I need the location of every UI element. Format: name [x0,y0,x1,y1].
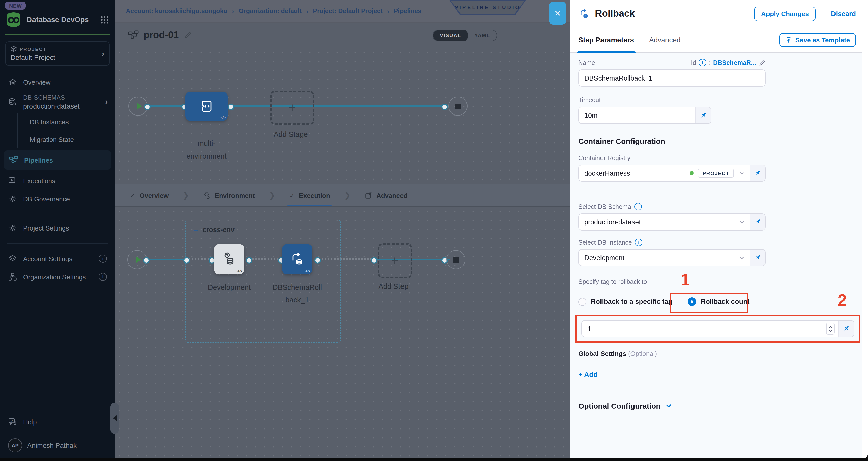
db-schema-value: production-dataset [579,218,734,226]
chevron-down-icon[interactable] [739,219,745,225]
home-icon [8,77,17,87]
step-group-label-row[interactable]: – cross-env [193,226,235,233]
module-grid-icon[interactable] [100,15,109,24]
sidebar-item-help[interactable]: ? Help [8,417,107,426]
runtime-pin-button[interactable] [750,165,765,181]
annotation-box-2: 2 [575,315,861,343]
close-studio-button[interactable]: ✕ [549,1,566,25]
container-registry-field[interactable]: dockerHarness PROJECT [578,165,766,182]
breadcrumb-separator: › [387,7,390,15]
info-icon[interactable]: i [635,238,643,246]
breadcrumb-account[interactable]: Account: kurosakiichigo.songoku [126,7,227,14]
edit-pencil-icon[interactable] [184,31,192,39]
optional-configuration-toggle[interactable]: Optional Configuration [578,402,858,410]
help-chat-icon: ? [8,417,17,426]
stage-node-multi-environment[interactable]: </> [185,92,228,121]
tab-step-parameters[interactable]: Step Parameters [578,27,634,52]
discard-button[interactable]: Discard [831,10,856,18]
sidebar-divider [7,243,108,243]
connector-status-dot [690,171,694,175]
check-icon: ✓ [130,192,135,199]
id-value[interactable]: DBSchemaR... [713,59,756,66]
sidebar-item-migration-state[interactable]: Migration State [18,131,115,149]
org-hierarchy-icon [8,272,17,281]
connector-port [183,257,190,264]
tag-section-label: Specify tag to rollback to [578,278,858,285]
panel-scrollbar[interactable] [862,0,868,459]
sidebar-item-label: Account Settings [23,255,72,262]
user-menu[interactable]: AP Animesh Pathak [8,438,107,453]
annotation-number-2: 2 [838,292,847,308]
custom-stage-icon [199,99,214,114]
timeout-input[interactable] [579,107,695,123]
sidebar-collapse-handle[interactable] [110,403,119,434]
apply-changes-button[interactable]: Apply Changes [754,6,816,21]
chevron-down-icon[interactable] [739,254,745,261]
step-node-dbschemarollback[interactable]: </> [282,244,312,274]
edit-id-pencil-icon[interactable] [759,59,766,66]
breadcrumb-organization[interactable]: Organization: default [239,7,302,14]
save-as-template-button[interactable]: Save as Template [779,33,856,46]
breadcrumb-project[interactable]: Project: Default Project [313,7,382,14]
sidebar-item-pipelines[interactable]: Pipelines [4,151,111,170]
tab-advanced[interactable]: Advanced [365,184,408,206]
timeout-field[interactable] [578,107,711,124]
add-stage-button[interactable]: + [270,91,314,125]
radio-specific-tag[interactable] [578,298,586,306]
stage-canvas[interactable]: </> + multi-environment Add Stage [115,48,570,184]
runtime-pin-button[interactable] [750,250,765,266]
sidebar-item-db-schemas[interactable]: DB SCHEMAS production-dataset › [0,91,115,112]
db-instance-select[interactable]: Development [578,249,766,266]
rollback-count-input[interactable] [582,321,826,337]
rollback-mode-radio-group: Rollback to a specific tag Rollback coun… [578,297,861,306]
tab-environment[interactable]: Environment [203,184,255,206]
visual-yaml-toggle[interactable]: VISUAL YAML [433,29,497,41]
toggle-yaml[interactable]: YAML [468,31,497,39]
step-label-development[interactable]: Development [199,281,259,294]
cube-icon [10,46,17,52]
sidebar-item-db-governance[interactable]: DB Governance [0,190,115,208]
global-settings-label: Global Settings [578,350,626,357]
stage-config-tabs: ✓ Overview ❯ Environment ❯ ✓ Execution ❯… [115,184,570,207]
check-icon: ✓ [289,192,295,199]
stage-label[interactable]: multi-environment [179,137,234,163]
breadcrumb-pipelines[interactable]: Pipelines [394,7,422,14]
sidebar-item-db-instances[interactable]: DB Instances [18,113,115,131]
info-icon[interactable]: i [634,203,642,210]
step-label-rollback[interactable]: DBSchemaRollback_1 [271,281,324,306]
sidebar-item-overview[interactable]: Overview [0,73,115,91]
rollback-step-icon [289,251,305,267]
pin-icon [754,254,761,261]
add-global-setting-link[interactable]: + Add [578,370,858,378]
add-step-button[interactable]: + [378,243,412,278]
radio-specific-tag-label[interactable]: Rollback to a specific tag [591,298,673,305]
sidebar-item-organization-settings[interactable]: Organization Settings i [0,268,115,286]
runtime-pin-button[interactable] [750,214,765,230]
sidebar-item-executions[interactable]: Executions [0,172,115,190]
info-icon[interactable]: i [699,59,706,66]
tab-execution[interactable]: ✓ Execution [289,184,330,206]
db-schemas-eyebrow: DB SCHEMAS [23,94,80,101]
collapse-minus-icon[interactable]: – [193,227,198,232]
execution-canvas[interactable]: – cross-env </> </> + Development [115,207,570,459]
play-icon [135,256,141,263]
pipeline-studio-badge: PIPELINE STUDIO [450,0,526,15]
tab-overview[interactable]: ✓ Overview [130,184,168,206]
step-node-development[interactable]: </> [214,244,244,274]
user-name: Animesh Pathak [27,441,77,449]
sidebar-item-label: Overview [23,78,51,86]
project-selector[interactable]: PROJECT Default Project › [5,41,110,66]
add-step-label[interactable]: Add Step [368,280,418,293]
toggle-visual[interactable]: VISUAL [433,29,468,41]
chevron-down-icon[interactable] [739,170,745,176]
tab-advanced-panel[interactable]: Advanced [649,27,681,52]
runtime-pin-button[interactable] [838,321,854,337]
db-schema-select[interactable]: production-dataset [578,213,766,230]
add-stage-label[interactable]: Add Stage [266,128,316,141]
number-stepper[interactable] [826,323,835,335]
runtime-pin-button[interactable] [695,107,711,123]
sidebar-item-account-settings[interactable]: Account Settings i [0,250,115,268]
sidebar-item-project-settings[interactable]: Project Settings [0,219,115,237]
rollback-count-field[interactable] [581,320,855,337]
name-input[interactable] [578,69,766,87]
